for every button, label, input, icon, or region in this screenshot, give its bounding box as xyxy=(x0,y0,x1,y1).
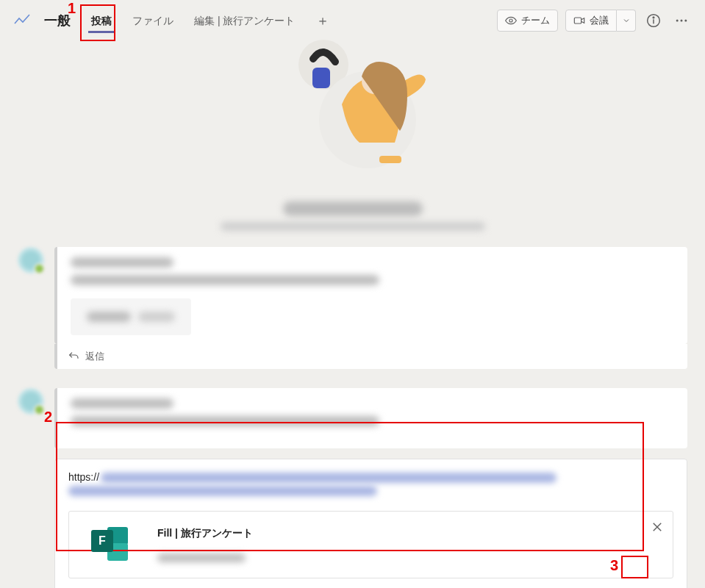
remove-preview-button[interactable] xyxy=(651,520,664,537)
welcome-illustration xyxy=(0,35,705,182)
avatar xyxy=(18,247,44,273)
more-options-button[interactable] xyxy=(671,10,692,31)
meet-button-group: 会議 xyxy=(565,10,636,32)
meet-dropdown-button[interactable] xyxy=(617,10,636,32)
svg-point-5 xyxy=(676,20,679,22)
compose-text[interactable]: https:// xyxy=(68,470,673,501)
post-item xyxy=(0,388,705,448)
channel-content: 返信 https:// F Fill | 旅行アンケート xyxy=(0,35,705,588)
link-title: Fill | 旅行アンケート xyxy=(157,527,662,540)
svg-point-4 xyxy=(653,17,654,18)
info-icon xyxy=(646,13,661,28)
tab-files[interactable]: ファイル xyxy=(122,4,184,37)
insights-icon xyxy=(13,12,31,29)
post-card[interactable] xyxy=(54,247,687,344)
avatar xyxy=(18,388,44,415)
reply-button[interactable]: 返信 xyxy=(54,344,687,369)
eye-icon xyxy=(505,15,517,26)
link-thumbnail: F xyxy=(79,519,144,570)
svg-rect-12 xyxy=(379,156,401,163)
reply-icon xyxy=(68,351,79,362)
channel-name: 一般 xyxy=(44,12,71,29)
add-tab-button[interactable]: ＋ xyxy=(311,9,334,32)
meet-button-label: 会議 xyxy=(590,14,609,27)
post-item xyxy=(0,247,705,344)
post-card[interactable] xyxy=(54,388,687,448)
ms-forms-icon: F xyxy=(91,527,132,562)
svg-point-7 xyxy=(684,20,687,22)
more-icon xyxy=(674,13,689,28)
tab-edit-survey[interactable]: 編集 | 旅行アンケート xyxy=(184,4,305,37)
link-info: Fill | 旅行アンケート xyxy=(157,527,662,562)
tab-posts[interactable]: 投稿 xyxy=(81,4,122,37)
attachment-preview[interactable] xyxy=(71,298,191,335)
svg-rect-10 xyxy=(312,68,330,88)
svg-rect-1 xyxy=(574,18,581,24)
chevron-down-icon xyxy=(622,16,631,25)
link-preview-card[interactable]: F Fill | 旅行アンケート xyxy=(68,511,673,578)
info-button[interactable] xyxy=(643,10,664,31)
svg-point-0 xyxy=(509,19,512,22)
top-right-actions: チーム 会議 xyxy=(497,10,692,32)
meet-button[interactable]: 会議 xyxy=(565,10,617,32)
svg-point-6 xyxy=(681,20,683,22)
tab-list: 投稿 ファイル 編集 | 旅行アンケート xyxy=(81,4,305,37)
close-icon xyxy=(651,520,664,534)
team-button-label: チーム xyxy=(521,14,550,27)
compose-box[interactable]: https:// F Fill | 旅行アンケート GI xyxy=(54,459,687,588)
camera-icon xyxy=(573,15,585,26)
url-prefix: https:// xyxy=(68,471,99,483)
welcome-text xyxy=(0,201,705,231)
team-visibility-button[interactable]: チーム xyxy=(497,10,558,32)
reply-label: 返信 xyxy=(85,350,104,363)
